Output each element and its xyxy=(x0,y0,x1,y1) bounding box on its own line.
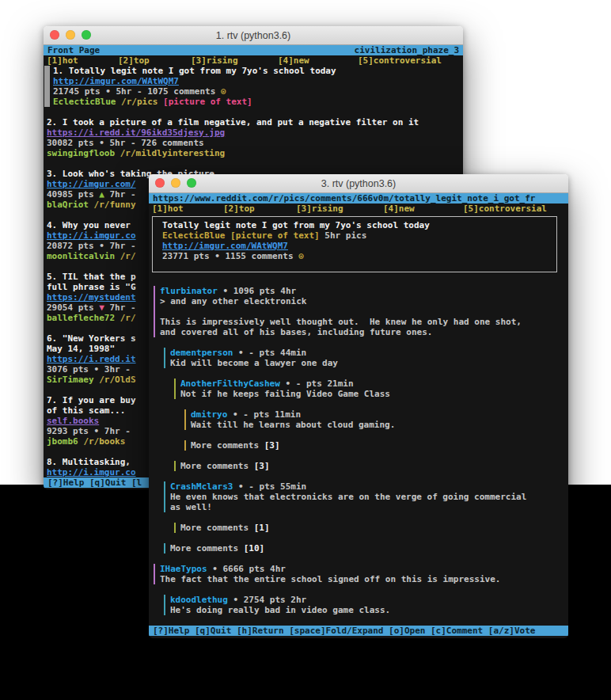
minimize-button[interactable] xyxy=(66,30,75,40)
titlebar[interactable]: 3. rtv (python3.6) xyxy=(149,174,568,193)
author-name: blaQriot xyxy=(47,200,89,210)
terminal-row xyxy=(149,554,568,564)
terminal-row: 21745 pts • 5hr - 1075 comments ⊙ xyxy=(44,86,463,97)
sort-tab-3[interactable]: [3]rising xyxy=(296,204,343,214)
comment-author[interactable]: kdoodlethug xyxy=(170,595,228,605)
link-url-visited[interactable]: self.books xyxy=(47,416,99,426)
link-url[interactable]: http://i.imgur.co xyxy=(47,467,136,477)
comment-list: flurbinator • 1096 pts 4hr> and any othe… xyxy=(149,214,568,626)
minimize-button[interactable] xyxy=(171,178,180,188)
post-title[interactable]: 2. I took a picture of a film negative, … xyxy=(47,117,419,127)
text xyxy=(89,200,94,210)
link-url[interactable]: http://imgur.com/ xyxy=(47,179,136,189)
post-title[interactable]: 5. TIL that the p xyxy=(47,272,136,282)
comment-depth-bar xyxy=(174,523,176,533)
post-title[interactable]: 4. Why you never xyxy=(47,220,136,230)
sort-tab-3[interactable]: [3]rising xyxy=(191,55,238,66)
sort-tab-1[interactable]: [1]hot xyxy=(152,204,184,214)
gilded-icon: ⊙ xyxy=(221,86,226,97)
sort-tab-5[interactable]: [5]controversial xyxy=(463,204,547,214)
status-footer: [?]Help [q]Quit [h]Return [space]Fold/Ex… xyxy=(149,626,568,636)
terminal-row xyxy=(44,158,463,169)
comment-depth-bar xyxy=(164,543,165,554)
window-title: 1. rtv (python3.6) xyxy=(216,30,291,41)
post-title[interactable]: 1. Totally legit note I got from my 7yo'… xyxy=(53,66,336,76)
sort-tab-4[interactable]: [4]new xyxy=(383,204,415,214)
terminal-row xyxy=(149,615,568,626)
post-title[interactable]: of this scam... xyxy=(47,405,125,416)
sort-tab-2[interactable]: [2]top xyxy=(118,55,150,66)
titlebar[interactable]: 1. rtv (python3.6) xyxy=(44,26,463,45)
terminal-row: IHaeTypos • 6666 pts 4hr xyxy=(149,564,568,574)
comment-author[interactable]: IHaeTypos xyxy=(160,564,207,574)
post-title[interactable]: 8. Multitasking, xyxy=(47,457,136,467)
text: More comments xyxy=(191,440,264,451)
text: 20872 pts • 7hr - xyxy=(47,241,136,251)
author-name: jbomb6 xyxy=(47,436,78,447)
comment-author[interactable]: CrashMclars3 xyxy=(170,481,233,492)
post-title[interactable]: 7. If you are buy xyxy=(47,395,136,405)
link-url-visited[interactable]: https://i.redd.it/96ikd35djesy.jpg xyxy=(47,127,225,138)
text: The fact that the entire school signed o… xyxy=(160,574,500,584)
more-comments-count[interactable]: [3] xyxy=(264,440,280,451)
text: 21745 pts • 5hr - 1075 comments xyxy=(53,86,221,97)
terminal-row: EclecticBlue /r/pics [picture of text] xyxy=(44,97,463,107)
more-comments-count[interactable]: [3] xyxy=(254,461,270,471)
sort-tab-2[interactable]: [2]top xyxy=(223,204,255,214)
terminal-row: dementperson • - pts 44min xyxy=(149,348,568,358)
more-comments-count[interactable]: [10] xyxy=(244,543,265,554)
text: More comments xyxy=(180,523,254,533)
terminal-content: https://www.reddit.com/r/pics/comments/6… xyxy=(149,193,568,638)
terminal-row xyxy=(149,584,568,595)
text: • - pts 21min xyxy=(280,379,354,389)
text: • - pts 55min xyxy=(233,481,306,492)
gilded-icon: ⊙ xyxy=(298,251,304,261)
text: 7hr - xyxy=(104,302,136,313)
terminal-row: He's doing really bad in video game clas… xyxy=(149,605,568,615)
text: He even knows that electronicks are on t… xyxy=(170,492,526,502)
terminal-row: He even knows that electronicks are on t… xyxy=(149,492,568,502)
link-url[interactable]: http://i.imgur.co xyxy=(47,230,136,241)
post-title[interactable]: full phrase is "G xyxy=(47,282,136,292)
text: 40985 pts xyxy=(47,189,99,200)
terminal-row: AnotherFilthyCashew • - pts 21min xyxy=(149,379,568,389)
close-button[interactable] xyxy=(155,178,165,188)
comment-depth-bar xyxy=(174,389,176,399)
author-name: ballefleche72 xyxy=(47,313,115,323)
terminal-row: Not if he keeps failing Video Game Class xyxy=(149,389,568,399)
comment-depth-bar xyxy=(154,327,155,337)
comment-depth-bar xyxy=(184,420,186,430)
link-url[interactable]: https://mystudent xyxy=(47,292,136,302)
sort-tab-4[interactable]: [4]new xyxy=(278,55,309,66)
terminal-row: 2. I took a picture of a film negative, … xyxy=(44,117,463,127)
text: He's doing really bad in video game clas… xyxy=(170,605,390,615)
terminal-row xyxy=(149,451,568,461)
subreddit-name: /r/mildlyinteresting xyxy=(120,148,225,158)
more-comments-count[interactable]: [1] xyxy=(254,523,270,533)
link-url[interactable]: http://imgur.com/WAtWQM7 xyxy=(162,241,288,251)
sort-tab-5[interactable]: [5]controversial xyxy=(358,55,442,66)
comment-author[interactable]: flurbinator xyxy=(160,286,218,296)
submission-box[interactable]: Totally legit note I got from my 7yo's s… xyxy=(152,216,557,272)
post-title[interactable]: 6. "New Yorkers s xyxy=(47,333,136,344)
text: More comments xyxy=(180,461,254,471)
zoom-button[interactable] xyxy=(187,178,196,188)
close-button[interactable] xyxy=(50,30,59,40)
comment-depth-bar xyxy=(164,358,165,368)
zoom-button[interactable] xyxy=(82,30,91,40)
post-title[interactable]: Totally legit note I got from my 7yo's s… xyxy=(162,220,430,230)
comment-depth-bar xyxy=(164,595,165,605)
comment-author[interactable]: dmitryo xyxy=(191,409,227,420)
link-url[interactable]: http://imgur.com/WAtWQM7 xyxy=(53,76,179,86)
link-url[interactable]: https://i.redd.it xyxy=(47,354,136,364)
terminal-row xyxy=(149,430,568,440)
sort-tab-1[interactable]: [1]hot xyxy=(47,55,78,66)
comment-author[interactable]: AnotherFilthyCashew xyxy=(180,379,280,389)
comment-depth-bar xyxy=(174,461,176,471)
comment-depth-bar xyxy=(164,492,165,502)
text: 3076 pts • 3hr - xyxy=(47,364,131,375)
terminal-row: This is impressively well thought out. H… xyxy=(149,317,568,327)
post-title[interactable]: May 14, 1998" xyxy=(47,344,115,354)
terminal-row xyxy=(149,276,568,286)
comment-author[interactable]: dementperson xyxy=(170,348,233,358)
